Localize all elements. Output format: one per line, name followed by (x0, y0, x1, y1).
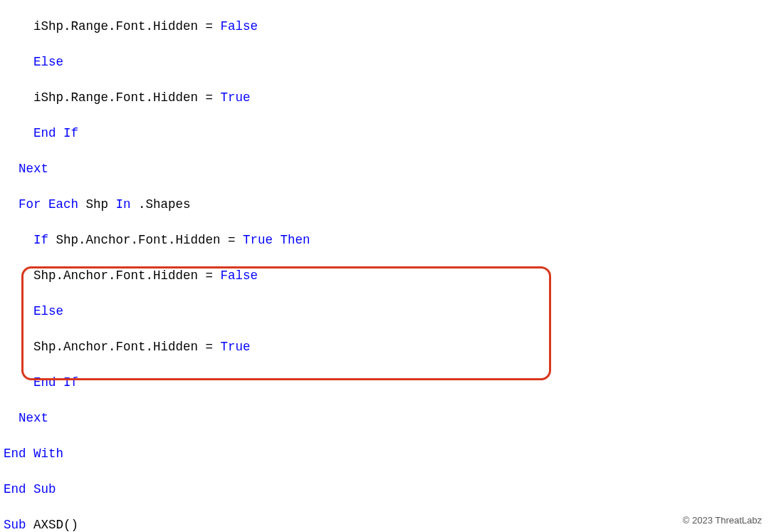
code-line: If Shp.Anchor.Font.Hidden = True Then (0, 231, 769, 249)
code-line: Sub AXSD() (0, 516, 769, 532)
copyright-label: © 2023 ThreatLabz (683, 511, 762, 529)
code-line: Next (0, 410, 769, 427)
code-line: Next (0, 160, 769, 178)
code-line: For Each Shp In .Shapes (0, 196, 769, 214)
code-line: Else (0, 53, 769, 71)
code-line: iShp.Range.Font.Hidden = False (0, 18, 769, 36)
code-line: iShp.Range.Font.Hidden = True (0, 89, 769, 107)
code-line: End If (0, 374, 769, 392)
code-line: End Sub (0, 481, 769, 499)
code-line: Else (0, 303, 769, 320)
code-line: Shp.Anchor.Font.Hidden = True (0, 338, 769, 356)
code-line: End If (0, 125, 769, 142)
vba-code-block: iShp.Range.Font.Hidden = False Else iShp… (0, 0, 769, 532)
code-line: End With (0, 445, 769, 463)
code-line: Shp.Anchor.Font.Hidden = False (0, 267, 769, 285)
